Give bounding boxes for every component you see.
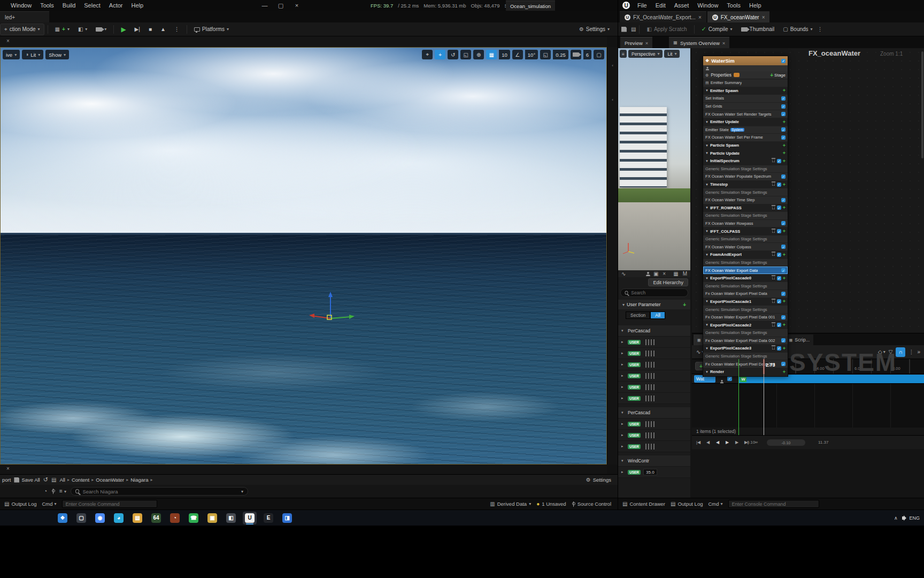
param-row[interactable]: USER <box>618 359 690 370</box>
enabled-checkbox[interactable] <box>777 299 781 303</box>
menu-item[interactable]: Window <box>6 0 36 11</box>
show-dropdown[interactable]: Show▾ <box>45 50 69 59</box>
content-settings-button[interactable]: Settings <box>586 477 611 483</box>
add-content-button[interactable]: ▦+▾ <box>51 24 73 35</box>
perspective-dropdown[interactable]: ive▾ <box>3 50 20 59</box>
breadcrumb-item[interactable]: All▸ <box>59 477 70 483</box>
delete-icon[interactable] <box>772 230 775 233</box>
scale-snap-value[interactable]: 0.25 <box>553 50 568 59</box>
stack-row[interactable]: ▼ ▤ FX Ocean Water Colpass + <box>703 243 788 251</box>
param-sliders[interactable] <box>645 384 654 390</box>
camera-speed-icon[interactable] <box>571 50 581 59</box>
camera-speed-value[interactable]: 6 <box>583 50 591 59</box>
playhead-line[interactable] <box>764 359 764 435</box>
stack-row[interactable]: ▼ ▤ InitialSpectrum + <box>703 157 788 165</box>
delete-icon[interactable] <box>772 206 775 209</box>
enabled-checkbox[interactable] <box>781 127 786 132</box>
menu-item[interactable]: Help <box>127 0 148 11</box>
content-drawer-button[interactable]: ▤ Content Drawer <box>622 501 665 507</box>
settings-dropdown[interactable]: Settings ▾ <box>575 24 613 35</box>
enabled-checkbox[interactable] <box>781 268 786 272</box>
stack-row[interactable]: ▼ ▤ IFFT_COLPASS + <box>703 227 788 235</box>
taskbar-app-icon[interactable]: ▢ <box>74 512 88 524</box>
taskbar-app-icon[interactable]: ◕ <box>112 512 126 524</box>
play-options-button[interactable]: ⋮ <box>171 24 183 35</box>
param-row[interactable]: USER <box>618 370 690 382</box>
chevron-down-icon[interactable]: ▼ <box>705 151 709 155</box>
taskbar-app-icon[interactable]: ◉ <box>93 512 107 524</box>
bounds-dropdown[interactable]: ▢ Bounds▾ <box>779 24 816 35</box>
history-icon[interactable]: ◔ <box>44 489 47 494</box>
play-reverse-button[interactable]: ◀ <box>714 440 721 445</box>
curve-icon[interactable]: ∿ <box>621 271 626 277</box>
param-row[interactable]: USER 35.0 <box>618 467 690 478</box>
param-row[interactable]: USER <box>618 393 690 404</box>
taskbar-app-icon[interactable]: ❖ <box>56 512 70 524</box>
chevron-down-icon[interactable]: ▼ <box>705 120 709 124</box>
emitter-enabled-checkbox[interactable] <box>781 59 786 63</box>
enabled-checkbox[interactable] <box>777 182 781 187</box>
stack-row[interactable]: ▼ ▤ Set Grids + <box>703 103 788 111</box>
param-sliders[interactable] <box>645 373 654 379</box>
expander-icon[interactable] <box>621 340 625 344</box>
add-icon[interactable]: + <box>783 346 786 351</box>
stack-row[interactable]: ▼ ▤ FX Ocean Water Export Data + <box>703 267 788 275</box>
enabled-checkbox[interactable] <box>781 135 786 140</box>
enabled-checkbox[interactable] <box>777 346 781 351</box>
close-tab-icon[interactable]: × <box>645 40 649 46</box>
tray-expand-icon[interactable]: ∧ <box>894 515 898 521</box>
chevron-down-icon[interactable]: ▼ <box>705 323 709 326</box>
stack-row[interactable]: ▼ ▤ Emitter Spawn + <box>703 87 788 95</box>
stack-row[interactable]: ▼ ▤ Generic Simulation Stage Settings + <box>703 212 788 220</box>
stack-row[interactable]: ▼ ▤ Fx Ocean Water Export Pixel Data 001… <box>703 314 788 322</box>
expand-panel-icon[interactable]: ‹ <box>607 97 618 102</box>
delete-icon[interactable] <box>772 347 775 350</box>
param-row[interactable]: USER <box>618 441 690 452</box>
enabled-checkbox[interactable] <box>777 206 781 210</box>
enabled-checkbox[interactable] <box>781 112 786 116</box>
param-row[interactable]: USER <box>618 430 690 441</box>
stack-row[interactable]: ▼ ▤ Emitter Summary + <box>703 79 788 87</box>
param-sliders[interactable] <box>645 432 654 438</box>
enabled-checkbox[interactable] <box>781 104 786 109</box>
expander-icon[interactable] <box>621 374 625 378</box>
expander-icon[interactable] <box>621 329 625 333</box>
chevron-down-icon[interactable]: ▼ <box>705 206 709 209</box>
stack-row[interactable]: ▼ ▤ ExportPixelCascade1 + <box>703 298 788 306</box>
volume-icon[interactable] <box>902 516 904 520</box>
transform-gizmo[interactable] <box>308 288 356 326</box>
panel-splitter[interactable]: ‹ ‹ <box>607 47 618 465</box>
angle-snap-value[interactable]: 10° <box>525 50 538 59</box>
all-tab[interactable]: All <box>650 311 665 319</box>
delete-icon[interactable] <box>772 253 775 256</box>
breadcrumb-item[interactable]: OceanWater▸ <box>96 477 128 483</box>
source-control-button[interactable]: Source Control <box>572 501 611 507</box>
material-icon[interactable]: M <box>683 271 687 277</box>
menu-item[interactable]: Tools <box>36 0 58 11</box>
enabled-checkbox[interactable] <box>781 198 786 202</box>
menu-item[interactable]: Select <box>80 0 105 11</box>
chart-icon[interactable]: ▦ <box>673 271 678 277</box>
enabled-checkbox[interactable] <box>777 229 781 233</box>
scale-snap-icon[interactable]: ◱ <box>540 50 551 59</box>
expander-icon[interactable] <box>621 362 625 367</box>
breadcrumb-item[interactable]: Niagara▸ <box>130 477 152 483</box>
expander-icon[interactable] <box>621 351 625 355</box>
save-all-button[interactable]: Save All <box>14 477 40 483</box>
maximize-viewport-button[interactable]: ▢ <box>594 50 604 59</box>
tab-preview[interactable]: Preview × <box>620 37 652 48</box>
close-tab-icon[interactable]: × <box>762 14 765 20</box>
parameter-search-box[interactable] <box>620 288 688 297</box>
filter-dropdown[interactable]: ≡▾ <box>59 489 66 494</box>
stack-row[interactable]: ▼ ▤ Emitter Update + <box>703 118 788 126</box>
stack-row[interactable]: ▼ ▤ ExportPixelCascade3 + <box>703 345 788 353</box>
thumbnail-button[interactable]: Thumbnail <box>737 24 779 35</box>
pin-icon[interactable]: ▣ <box>653 271 658 277</box>
enabled-checkbox[interactable] <box>781 96 786 101</box>
rotate-tool-button[interactable]: ↺ <box>448 50 458 59</box>
enabled-checkbox[interactable] <box>781 362 786 366</box>
enabled-checkbox[interactable] <box>781 338 786 343</box>
menu-item[interactable]: Tools <box>722 0 745 11</box>
expander-icon[interactable] <box>621 410 625 415</box>
stack-row[interactable]: ▼ ▤ Generic Simulation Stage Settings + <box>703 235 788 244</box>
